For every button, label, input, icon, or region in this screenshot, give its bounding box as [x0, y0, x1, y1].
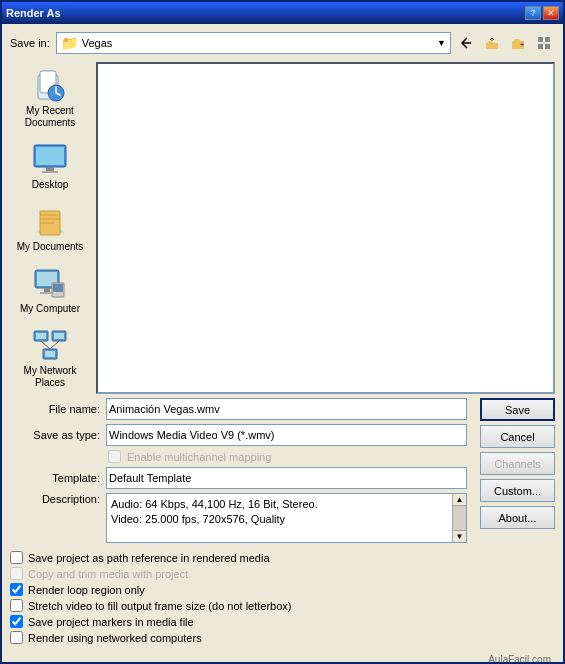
description-label: Description:	[10, 493, 100, 505]
sidebar-item-recent-label: My Recent Documents	[13, 105, 87, 129]
stretch-video-checkbox[interactable]	[10, 599, 23, 612]
svg-rect-26	[45, 351, 55, 357]
save-in-dropdown-arrow: ▼	[437, 38, 446, 48]
sidebar-item-network[interactable]: My Network Places	[10, 322, 90, 394]
title-bar-text: Render As	[6, 7, 525, 19]
svg-rect-3	[538, 37, 543, 42]
network-icon	[32, 327, 68, 363]
sidebar-item-desktop-label: Desktop	[32, 179, 69, 191]
svg-rect-17	[44, 288, 50, 292]
checkboxes-section: Save project as path reference in render…	[10, 547, 555, 648]
svg-rect-13	[42, 171, 58, 173]
computer-icon	[32, 265, 68, 301]
title-bar-buttons: ? ✕	[525, 6, 559, 20]
multichannel-checkbox[interactable]	[108, 450, 121, 463]
help-button[interactable]: ?	[525, 6, 541, 20]
sidebar-item-computer-label: My Computer	[20, 303, 80, 315]
sidebar-item-documents-label: My Documents	[17, 241, 84, 253]
about-button[interactable]: About...	[480, 506, 555, 529]
template-label: Template:	[10, 472, 100, 484]
save-in-label: Save in:	[10, 37, 50, 49]
custom-button[interactable]: Custom...	[480, 479, 555, 502]
form-area: File name: Save as type: Windows Media V…	[10, 398, 467, 543]
watermark: AulaFacil.com	[10, 652, 555, 664]
save-button[interactable]: Save	[480, 398, 555, 421]
render-loop-label: Render loop region only	[28, 584, 145, 596]
save-markers-label: Save project markers in media file	[28, 616, 194, 628]
dialog-body: Save in: 📁 Vegas ▼ +	[2, 24, 563, 664]
svg-rect-20	[53, 284, 63, 292]
sidebar-item-desktop[interactable]: Desktop	[10, 136, 90, 196]
saveastype-row: Save as type: Windows Media Video V9 (*.…	[10, 424, 467, 446]
svg-text:+: +	[520, 41, 524, 48]
watermark-text: AulaFacil.com	[488, 654, 551, 664]
sidebar-item-network-label: My Network Places	[13, 365, 87, 389]
filename-row: File name:	[10, 398, 467, 420]
multichannel-label: Enable multichannel mapping	[127, 451, 271, 463]
save-markers-checkbox[interactable]	[10, 615, 23, 628]
copy-trim-checkbox[interactable]	[10, 567, 23, 580]
svg-line-28	[50, 341, 59, 349]
views-button[interactable]	[533, 32, 555, 54]
description-scrollbar: ▲ ▼	[452, 494, 466, 542]
svg-rect-24	[54, 333, 64, 339]
filename-label: File name:	[10, 403, 100, 415]
main-area: My Recent Documents Desktop	[10, 62, 555, 394]
svg-rect-6	[545, 44, 550, 49]
description-text: Audio: 64 Kbps, 44,100 Hz, 16 Bit, Stere…	[107, 494, 452, 542]
svg-rect-22	[36, 333, 46, 339]
checkbox-save-markers: Save project markers in media file	[10, 615, 555, 628]
up-folder-button[interactable]	[481, 32, 503, 54]
sidebar-item-computer[interactable]: My Computer	[10, 260, 90, 320]
sidebar: My Recent Documents Desktop	[10, 62, 90, 394]
scroll-track	[453, 506, 466, 530]
recent-icon	[32, 67, 68, 103]
channels-button[interactable]: Channels	[480, 452, 555, 475]
title-bar: Render As ? ✕	[2, 2, 563, 24]
folder-icon: 📁	[61, 35, 78, 51]
save-in-value: Vegas	[82, 37, 433, 49]
template-wrapper: Default Template	[106, 467, 467, 489]
checkbox-copy-trim: Copy and trim media with project	[10, 567, 555, 580]
svg-rect-11	[36, 147, 64, 165]
sidebar-item-recent[interactable]: My Recent Documents	[10, 62, 90, 134]
side-buttons: Save Cancel Channels Custom... About...	[473, 398, 555, 529]
render-networked-checkbox[interactable]	[10, 631, 23, 644]
save-path-label: Save project as path reference in render…	[28, 552, 270, 564]
saveastype-label: Save as type:	[10, 429, 100, 441]
template-row: Template: Default Template	[10, 467, 467, 489]
multichannel-row: Enable multichannel mapping	[10, 450, 467, 463]
svg-rect-12	[46, 167, 54, 171]
svg-rect-4	[545, 37, 550, 42]
saveastype-wrapper: Windows Media Video V9 (*.wmv)	[106, 424, 467, 446]
scroll-up-button[interactable]: ▲	[453, 494, 466, 506]
desktop-icon	[32, 141, 68, 177]
render-loop-checkbox[interactable]	[10, 583, 23, 596]
close-button[interactable]: ✕	[543, 6, 559, 20]
stretch-video-label: Stretch video to fill output frame size …	[28, 600, 292, 612]
bottom-section: File name: Save as type: Windows Media V…	[10, 398, 555, 543]
saveastype-select[interactable]: Windows Media Video V9 (*.wmv)	[106, 424, 467, 446]
render-networked-label: Render using networked computers	[28, 632, 202, 644]
template-select[interactable]: Default Template	[106, 467, 467, 489]
sidebar-item-documents[interactable]: My Documents	[10, 198, 90, 258]
back-button[interactable]	[455, 32, 477, 54]
filename-wrapper	[106, 398, 467, 420]
save-in-row: Save in: 📁 Vegas ▼ +	[10, 32, 555, 54]
new-folder-button[interactable]: +	[507, 32, 529, 54]
save-path-checkbox[interactable]	[10, 551, 23, 564]
scroll-down-button[interactable]: ▼	[453, 530, 466, 542]
checkbox-stretch: Stretch video to fill output frame size …	[10, 599, 555, 612]
documents-icon	[32, 203, 68, 239]
checkbox-render-networked: Render using networked computers	[10, 631, 555, 644]
checkbox-save-path: Save project as path reference in render…	[10, 551, 555, 564]
svg-line-27	[41, 341, 50, 349]
copy-trim-label: Copy and trim media with project	[28, 568, 188, 580]
file-browser[interactable]	[96, 62, 555, 394]
svg-rect-5	[538, 44, 543, 49]
filename-input[interactable]	[106, 398, 467, 420]
cancel-button[interactable]: Cancel	[480, 425, 555, 448]
render-as-dialog: Render As ? ✕ Save in: 📁 Vegas ▼	[0, 0, 565, 664]
description-area: Description: Audio: 64 Kbps, 44,100 Hz, …	[10, 493, 467, 543]
checkbox-render-loop: Render loop region only	[10, 583, 555, 596]
